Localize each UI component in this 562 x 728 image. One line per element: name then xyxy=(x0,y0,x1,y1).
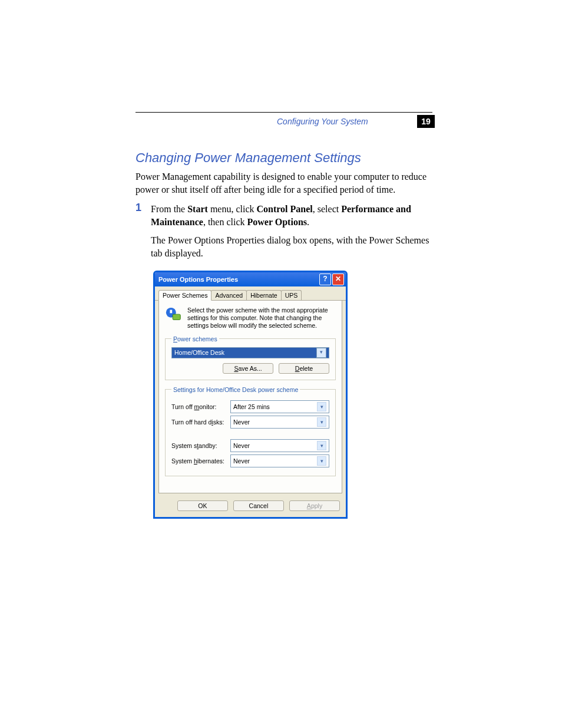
tab-power-schemes[interactable]: Power Schemes xyxy=(158,290,211,301)
cancel-button[interactable]: Cancel xyxy=(233,500,284,511)
tab-body: Select the power scheme with the most ap… xyxy=(158,301,342,493)
step-1: 1 From the Start menu, click Control Pan… xyxy=(135,203,436,259)
setting-hibernate: System hibernates:System hibernates: Nev… xyxy=(171,454,329,467)
text: . xyxy=(307,217,309,227)
text: , select xyxy=(313,204,341,214)
hibernate-label: System hibernates:System hibernates: xyxy=(171,457,230,465)
disks-label: Turn off hard disks:Turn off hard disks: xyxy=(171,419,230,426)
disks-select[interactable]: Never ▾ xyxy=(230,416,329,429)
svg-rect-2 xyxy=(173,314,180,319)
titlebar: Power Options Properties ? ✕ xyxy=(155,272,346,286)
tab-ups[interactable]: UPS xyxy=(281,290,302,300)
text: menu, click xyxy=(208,204,257,214)
dialog-footer: OK Cancel ApplyApply xyxy=(155,497,346,517)
chevron-down-icon: ▾ xyxy=(316,348,326,358)
tab-hibernate[interactable]: Hibernate xyxy=(246,290,282,300)
section-title: Changing Power Management Settings xyxy=(135,150,436,166)
schemes-legend: PPower schemesower schemes xyxy=(171,335,219,342)
description-row: Select the power scheme with the most ap… xyxy=(165,307,336,330)
text: From the xyxy=(151,204,187,214)
section-intro: Power Management capability is designed … xyxy=(135,170,436,196)
hibernate-value: Never xyxy=(233,457,250,465)
standby-label: System standby:System standby: xyxy=(171,442,230,449)
standby-value: Never xyxy=(233,442,250,449)
tabs-row: Power Schemes Advanced Hibernate UPS xyxy=(155,286,346,301)
hibernate-select[interactable]: Never ▾ xyxy=(230,454,329,467)
step-result: The Power Options Properties dialog box … xyxy=(151,234,436,259)
setting-disks: Turn off hard disks:Turn off hard disks:… xyxy=(171,416,329,429)
chevron-down-icon: ▾ xyxy=(317,417,326,427)
setting-monitor: Turn off monitor:Turn off monitor: After… xyxy=(171,400,329,413)
monitor-select[interactable]: After 25 mins ▾ xyxy=(230,400,329,413)
power-icon xyxy=(165,307,183,322)
close-icon[interactable]: ✕ xyxy=(332,274,344,285)
chevron-down-icon: ▾ xyxy=(317,402,326,411)
save-as-button[interactable]: Save As...Save As... xyxy=(223,363,273,374)
settings-legend: Settings for Home/Office Desk power sche… xyxy=(171,386,300,393)
scheme-selected-value: Home/Office Desk xyxy=(174,349,224,356)
step-number: 1 xyxy=(135,202,141,214)
monitor-value: After 25 mins xyxy=(233,403,270,410)
apply-button[interactable]: ApplyApply xyxy=(289,500,340,511)
tab-advanced[interactable]: Advanced xyxy=(211,290,247,300)
svg-rect-1 xyxy=(170,309,172,313)
step-instruction: From the Start menu, click Control Panel… xyxy=(151,203,436,228)
chevron-down-icon: ▾ xyxy=(317,441,326,450)
description-text: Select the power scheme with the most ap… xyxy=(187,307,336,330)
setting-standby: System standby:System standby: Never ▾ xyxy=(171,439,329,452)
help-icon[interactable]: ? xyxy=(319,274,331,285)
scheme-select[interactable]: Home/Office Desk ▾ xyxy=(171,347,329,358)
standby-select[interactable]: Never ▾ xyxy=(230,439,329,452)
settings-group: Settings for Home/Office Desk power sche… xyxy=(165,386,336,476)
ok-button[interactable]: OK xyxy=(177,500,228,511)
disks-value: Never xyxy=(233,419,250,426)
delete-button[interactable]: DeleteDelete xyxy=(279,363,329,374)
dialog-title: Power Options Properties xyxy=(158,276,318,283)
text: , then click xyxy=(203,217,247,227)
kw-control-panel: Control Panel xyxy=(257,204,313,214)
power-options-dialog: Power Options Properties ? ✕ Power Schem… xyxy=(153,271,348,519)
kw-power-options: Power Options xyxy=(247,217,307,227)
monitor-label: Turn off monitor:Turn off monitor: xyxy=(171,403,230,410)
chevron-down-icon: ▾ xyxy=(317,456,326,466)
schemes-group: PPower schemesower schemes Home/Office D… xyxy=(165,335,336,380)
kw-start: Start xyxy=(187,204,208,214)
